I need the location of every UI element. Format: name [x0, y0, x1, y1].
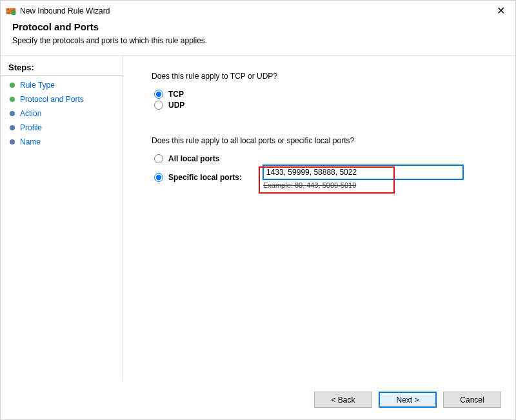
radio-udp-label: UDP: [168, 101, 184, 110]
titlebar-left: New Inbound Rule Wizard: [6, 6, 110, 16]
step-rule-type[interactable]: Rule Type: [1, 78, 123, 92]
svg-rect-3: [13, 8, 16, 10]
radio-all-ports[interactable]: [154, 154, 163, 163]
question-ports: Does this rule apply to all local ports …: [152, 136, 497, 145]
svg-rect-4: [6, 10, 11, 12]
radio-all-ports-row[interactable]: All local ports: [152, 154, 497, 163]
radio-specific-ports-label: Specific local ports:: [168, 173, 242, 182]
radio-tcp-row[interactable]: TCP: [152, 90, 497, 99]
button-strip: < Back Next > Cancel: [314, 392, 501, 408]
question-protocol: Does this rule apply to TCP or UDP?: [152, 72, 497, 81]
radio-tcp[interactable]: [154, 90, 163, 99]
specific-ports-input[interactable]: [263, 165, 463, 179]
wizard-content: Does this rule apply to TCP or UDP? TCP …: [123, 56, 515, 381]
step-label: Profile: [20, 123, 42, 132]
cancel-button[interactable]: Cancel: [443, 392, 501, 408]
step-profile[interactable]: Profile: [1, 121, 123, 135]
firewall-icon: [6, 6, 16, 16]
radio-specific-ports-wrap[interactable]: Specific local ports:: [154, 173, 261, 182]
back-button[interactable]: < Back: [314, 392, 372, 408]
titlebar: New Inbound Rule Wizard ✕: [1, 1, 515, 21]
steps-sidebar: Steps: Rule Type Protocol and Ports Acti…: [1, 56, 123, 381]
step-label: Protocol and Ports: [20, 95, 84, 104]
svg-point-9: [12, 11, 16, 15]
wizard-body: Steps: Rule Type Protocol and Ports Acti…: [1, 55, 515, 381]
step-bullet-icon: [10, 139, 15, 145]
svg-rect-2: [10, 8, 13, 10]
step-label: Action: [20, 109, 41, 118]
step-protocol-and-ports[interactable]: Protocol and Ports: [1, 92, 123, 106]
radio-specific-ports[interactable]: [154, 173, 163, 182]
svg-rect-6: [6, 12, 10, 14]
radio-all-ports-label: All local ports: [168, 154, 219, 163]
close-icon[interactable]: ✕: [493, 6, 509, 16]
steps-heading: Steps:: [1, 61, 123, 75]
radio-udp-row[interactable]: UDP: [152, 101, 497, 110]
svg-rect-1: [6, 8, 10, 10]
step-label: Rule Type: [20, 81, 55, 90]
step-label: Name: [20, 137, 41, 146]
radio-specific-ports-row: Specific local ports: Example: 80, 443, …: [152, 165, 497, 189]
step-bullet-icon: [10, 97, 15, 102]
example-text: Example: 80, 443, 5000-5010: [263, 179, 497, 189]
page-title: Protocol and Ports: [12, 21, 504, 32]
page-subtitle: Specify the protocols and ports to which…: [12, 36, 504, 45]
radio-tcp-label: TCP: [168, 90, 184, 99]
wizard-header: Protocol and Ports Specify the protocols…: [1, 21, 515, 55]
step-action[interactable]: Action: [1, 106, 123, 121]
next-button[interactable]: Next >: [379, 392, 437, 408]
step-bullet-icon: [10, 111, 15, 116]
step-bullet-icon: [10, 83, 15, 88]
step-bullet-icon: [10, 125, 15, 130]
radio-udp[interactable]: [154, 101, 163, 110]
window-title: New Inbound Rule Wizard: [20, 6, 110, 15]
step-name[interactable]: Name: [1, 135, 123, 149]
